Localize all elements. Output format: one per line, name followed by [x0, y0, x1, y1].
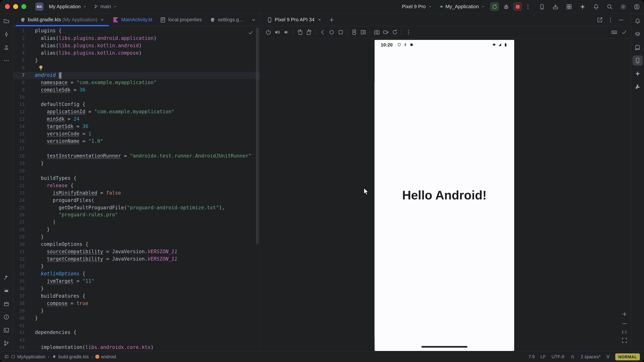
code-line[interactable]: 5}: [13, 57, 260, 64]
code-line[interactable]: 18 testInstrumentationRunner = "androidx…: [13, 153, 260, 160]
device-screenshot-button[interactable]: [372, 28, 381, 37]
code-line[interactable]: 9 compileSdk = 36: [13, 86, 260, 94]
rerun-button[interactable]: [490, 2, 499, 11]
device-tab[interactable]: Pixel 9 Pro API 34: [262, 13, 326, 26]
code-line[interactable]: 17: [13, 145, 260, 153]
code-line[interactable]: 16 versionName = "1.0": [13, 138, 260, 145]
tool-stripe-button-sparkle[interactable]: [632, 68, 643, 79]
code-line[interactable]: 3 alias(libs.plugins.kotlin.android): [13, 42, 260, 50]
device-overview-button[interactable]: [336, 28, 345, 37]
vim-mode-badge[interactable]: NORMAL: [615, 353, 640, 360]
code-line[interactable]: 28 }: [13, 226, 260, 234]
add-device-tab-icon[interactable]: [328, 16, 335, 23]
code-line[interactable]: 2 alias(libs.plugins.android.application…: [13, 35, 260, 42]
device-rotate-left-button[interactable]: [295, 28, 304, 37]
zoom-fit-icon[interactable]: [621, 337, 628, 344]
device-restart-button[interactable]: [390, 28, 399, 37]
code-line[interactable]: 20: [13, 167, 260, 175]
tool-stripe-button-terminal[interactable]: [1, 325, 12, 335]
code-line[interactable]: 6: [13, 64, 260, 72]
debug-button[interactable]: [502, 2, 510, 11]
code-line[interactable]: 19 }: [13, 160, 260, 167]
device-snapshot-button[interactable]: [350, 28, 358, 37]
code-line[interactable]: 35 jvmTarget = "11": [13, 278, 260, 285]
code-line[interactable]: 37 buildFeatures {: [13, 293, 260, 300]
line-separator-widget[interactable]: LF: [540, 354, 546, 359]
code-line[interactable]: 10: [13, 94, 260, 101]
more-run-options-icon[interactable]: [524, 3, 531, 10]
bulb-icon[interactable]: [38, 65, 44, 71]
tool-stripe-button-android-head[interactable]: [1, 286, 12, 296]
tool-stripe-button-package[interactable]: [1, 299, 12, 309]
code-line[interactable]: 7android {: [13, 72, 260, 79]
search-icon[interactable]: [606, 3, 613, 10]
zoom-ratio-label[interactable]: 1:1: [621, 330, 627, 334]
code-line[interactable]: 36 }: [13, 285, 260, 293]
editor[interactable]: 1plugins {2 alias(libs.plugins.android.a…: [13, 26, 260, 351]
code-line[interactable]: 31 sourceCompatibility = JavaVersion.VER…: [13, 248, 260, 256]
tool-stripe-button-wrench[interactable]: [632, 82, 643, 92]
close-window-button[interactable]: [5, 4, 10, 9]
fullscreen-window-button[interactable]: [21, 4, 26, 9]
editor-tab[interactable]: build.gradle.kts (My Application): [16, 13, 109, 26]
project-widget[interactable]: My Application: [47, 2, 89, 11]
tool-stripe-button-layers[interactable]: [632, 29, 643, 39]
tool-stripe-button-folder[interactable]: [1, 16, 12, 26]
tool-stripe-button-branch[interactable]: [1, 338, 12, 349]
code-line[interactable]: 39 }: [13, 307, 260, 315]
code-line[interactable]: 33 }: [13, 263, 260, 271]
caret-position-widget[interactable]: 7:9: [528, 354, 535, 359]
stop-button[interactable]: [513, 2, 522, 11]
code-line[interactable]: 40}: [13, 315, 260, 322]
code-line[interactable]: 41: [13, 322, 260, 329]
layout-inspector-icon[interactable]: [566, 3, 572, 10]
indent-widget[interactable]: 2 spaces*: [581, 354, 600, 359]
code-line[interactable]: 22 release {: [13, 182, 260, 190]
code-line[interactable]: 15 versionCode = 1: [13, 131, 260, 138]
device-volume-up-button[interactable]: [273, 28, 282, 37]
code-line[interactable]: 29 }: [13, 234, 260, 241]
open-in-new-icon[interactable]: [596, 16, 603, 23]
tool-windows-icon[interactable]: [4, 354, 9, 359]
profile-icon[interactable]: [633, 3, 640, 10]
breadcrumb-item[interactable]: build.gradle.kts: [52, 354, 89, 359]
tool-stripe-button-hammer[interactable]: [1, 273, 12, 283]
device-volume-down-button[interactable]: [282, 28, 291, 37]
code-line[interactable]: 14 targetSdk = 36: [13, 123, 260, 131]
gesture-navigation-bar[interactable]: [422, 346, 468, 348]
tool-stripe-button-phone[interactable]: [632, 55, 643, 66]
sdk-manager-icon[interactable]: [552, 3, 558, 10]
code-line[interactable]: 26 "proguard-rules.pro": [13, 212, 260, 219]
code-line[interactable]: 11 defaultConfig {: [13, 101, 260, 108]
settings-icon[interactable]: [620, 3, 626, 10]
close-icon[interactable]: [317, 17, 322, 22]
more-vertical-icon[interactable]: [607, 16, 614, 23]
editor-tab[interactable]: MainActivity.kt: [109, 13, 156, 26]
phone-icon[interactable]: [538, 3, 545, 10]
device-more-vertical-button[interactable]: [404, 28, 413, 37]
code-line[interactable]: 24 proguardFiles(: [13, 197, 260, 204]
minimize-window-button[interactable]: [13, 4, 18, 9]
inspections-ok-icon[interactable]: [247, 29, 254, 36]
zoom-out-icon[interactable]: [621, 320, 628, 327]
device-screen[interactable]: 10:20 Hello Android!: [374, 40, 514, 351]
device-fold-button[interactable]: [358, 28, 368, 37]
code-line[interactable]: 30 compileOptions {: [13, 241, 260, 248]
breadcrumb-item[interactable]: MyApplication: [11, 354, 46, 359]
check-icon[interactable]: [620, 29, 627, 35]
device-selector[interactable]: Pixel 9 Pro: [400, 2, 434, 11]
device-rotate-right-button[interactable]: [304, 28, 314, 37]
code-line[interactable]: 23 isMinifyEnabled = false: [13, 190, 260, 197]
ideavim-icon[interactable]: V: [606, 354, 610, 360]
chevron-down-icon[interactable]: [250, 16, 257, 23]
code-line[interactable]: 34 kotlinOptions {: [13, 271, 260, 278]
minimize-icon[interactable]: [618, 16, 624, 23]
sparkle-icon[interactable]: [579, 3, 586, 10]
tool-stripe-button-bell[interactable]: [632, 16, 643, 26]
code-line[interactable]: 21 buildTypes {: [13, 175, 260, 182]
device-back-button[interactable]: [318, 28, 327, 37]
code-line[interactable]: 4 alias(libs.plugins.kotlin.compose): [13, 50, 260, 57]
code-line[interactable]: 13 minSdk = 24: [13, 116, 260, 123]
zoom-in-icon[interactable]: [621, 311, 628, 317]
code-line[interactable]: 1plugins {: [13, 27, 260, 35]
